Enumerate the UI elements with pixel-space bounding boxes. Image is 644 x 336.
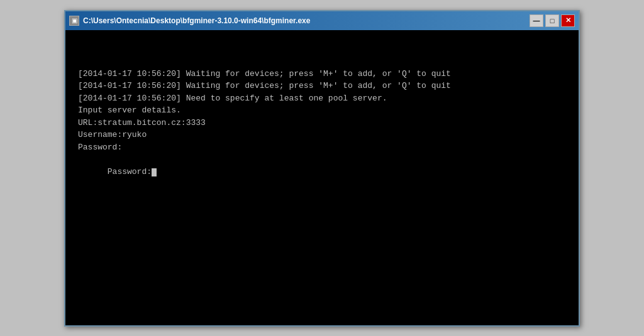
console-line-1: [2014-01-17 10:56:20] Waiting for device… — [78, 68, 566, 80]
console-line-9: Password: — [78, 141, 566, 154]
console-line-7: Username:ryuko — [78, 129, 566, 141]
window-controls: — □ ✕ — [530, 14, 575, 27]
maximize-button[interactable]: □ — [545, 14, 559, 27]
window-title: C:\Users\Ontecnia\Desktop\bfgminer-3.10.… — [83, 16, 310, 25]
console-line-5: URL:stratum.bitcon.cz:3333 — [78, 117, 566, 129]
console-line-3: [2014-01-17 10:56:20] Need to specify at… — [78, 92, 566, 105]
minimize-button[interactable]: — — [530, 14, 543, 27]
console-line-4: Input server details. — [78, 104, 566, 117]
close-button[interactable]: ✕ — [561, 14, 575, 27]
title-bar: ▣ C:\Users\Ontecnia\Desktop\bfgminer-3.1… — [65, 11, 579, 30]
cursor-blink — [152, 168, 157, 176]
title-bar-left: ▣ C:\Users\Ontecnia\Desktop\bfgminer-3.1… — [69, 16, 310, 26]
console-line-2: [2014-01-17 10:56:20] Waiting for device… — [78, 80, 566, 92]
console-password-line: Password: — [78, 153, 566, 190]
console-body[interactable]: [2014-01-17 10:56:20] Waiting for device… — [65, 30, 579, 325]
window-icon: ▣ — [69, 16, 79, 26]
password-prompt: Password: — [108, 167, 152, 176]
cmd-window: ▣ C:\Users\Ontecnia\Desktop\bfgminer-3.1… — [64, 10, 580, 327]
